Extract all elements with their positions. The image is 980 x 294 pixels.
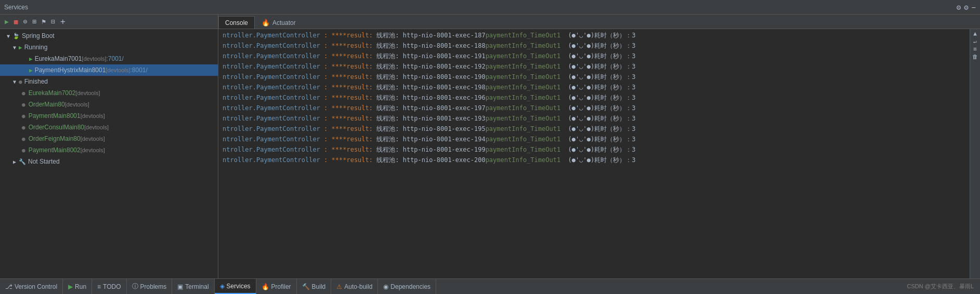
tree-item-orderconsulmain80[interactable]: ● OrderConsulMain80 [devtools] — [0, 122, 218, 133]
log-line: ntroller.PaymentController : ****result:… — [218, 61, 970, 72]
log-suffix: paymentInfo_TimeOut1 — [486, 62, 561, 71]
paymentmain8001-devtools: [devtools] — [81, 113, 105, 119]
bottom-bar: ⎇Version Control▶Run≡TODOⓘProblems▣Termi… — [0, 278, 980, 294]
tree-item-finished[interactable]: ▼ ● Finished — [0, 76, 218, 87]
springboot-icon: 🍃 — [12, 33, 20, 39]
settings-icon[interactable]: ⚙ — [957, 3, 961, 11]
log-smile: (●'◡'●)耗时（秒）：3 — [568, 114, 636, 123]
finished-icon: ● — [19, 78, 22, 85]
soft-wrap-icon[interactable]: ↵ — [973, 38, 977, 45]
eureka7001-run-icon: ▶ — [29, 56, 33, 62]
eureka7001-label: EurekaMain7001 — [35, 55, 82, 62]
log-controller: ntroller.PaymentController — [223, 83, 320, 92]
tree-item-ordermain80[interactable]: ● OrderMain80 [devtools] — [0, 99, 218, 110]
run-button[interactable]: ▶ — [3, 17, 10, 26]
stop-all-button[interactable]: ■ — [12, 17, 20, 26]
bottom-tab-dependencies[interactable]: ◉Dependencies — [378, 279, 436, 294]
run-icon: ▶ — [68, 283, 73, 290]
arrow-running: ▼ — [11, 45, 18, 50]
tree-item-paymentmain8002[interactable]: ● PaymentMain8002 [devtools] — [0, 144, 218, 156]
log-key: : ****result: — [324, 72, 373, 82]
eureka7001-port: :7001/ — [106, 55, 123, 62]
paymentmain8001-label: PaymentMain8001 — [29, 112, 81, 119]
log-thread: http-nio-8001-exec-194 — [403, 135, 486, 144]
bottom-tab-services[interactable]: ◈Services — [215, 279, 256, 294]
gear-icon[interactable]: ⚙ — [964, 3, 968, 11]
clear-icon[interactable]: 🗑 — [972, 54, 978, 60]
log-line: ntroller.PaymentController : ****result:… — [218, 82, 970, 92]
running-icon: ▶ — [19, 44, 22, 51]
minimize-icon[interactable]: − — [972, 3, 976, 11]
log-smile: (●'◡'●)耗时（秒）：3 — [568, 155, 636, 165]
tree-item-paymentmain8001[interactable]: ● PaymentMain8001 [devtools] — [0, 110, 218, 122]
bottom-tab-label: Version Control — [15, 283, 57, 290]
terminal-icon: ▣ — [177, 283, 183, 290]
orderfeignmain80-devtools: [devtools] — [81, 136, 105, 142]
log-thread: http-nio-8001-exec-192 — [403, 62, 486, 71]
sidebar-tree: ▼ 🍃 Spring Boot ▼ ▶ Running ▶ EurekaMain… — [0, 29, 218, 278]
log-suffix: paymentInfo_TimeOut1 — [486, 103, 561, 113]
ordermain80-icon: ● — [22, 101, 25, 108]
bottom-tab-label: Terminal — [185, 283, 208, 290]
bottom-tab-run[interactable]: ▶Run — [63, 279, 92, 294]
actuator-tab-label: Actuator — [272, 19, 296, 26]
log-thread: http-nio-8001-exec-195 — [403, 124, 486, 133]
tree-item-notstarted[interactable]: ▶ 🔧 Not Started — [0, 156, 218, 167]
console-area: Console 🔥 Actuator ntroller.PaymentContr… — [218, 15, 980, 278]
tree-item-springboot[interactable]: ▼ 🍃 Spring Boot — [0, 30, 218, 42]
tree-item-eureka7001[interactable]: ▶ EurekaMain7001 [devtools] :7001/ — [0, 53, 218, 64]
collapse-all-button[interactable]: ⊜ — [22, 17, 29, 26]
log-line: ntroller.PaymentController : ****result:… — [218, 144, 970, 155]
bottom-tab-terminal[interactable]: ▣Terminal — [172, 279, 214, 294]
scroll-up-icon[interactable]: ▲ — [973, 30, 977, 37]
bottom-tab-build[interactable]: 🔨Build — [297, 279, 332, 294]
layout-button[interactable]: ⊟ — [49, 17, 57, 26]
bottom-tab-problems[interactable]: ⓘProblems — [127, 279, 173, 294]
log-line: ntroller.PaymentController : ****result:… — [218, 134, 970, 144]
group-button[interactable]: ⊞ — [31, 17, 38, 26]
bottom-tab-autobuild[interactable]: ⚠Auto-build — [331, 279, 378, 294]
eureka7001-devtools: [devtools] — [82, 56, 106, 62]
log-key: : ****result: — [324, 31, 373, 40]
tree-item-running[interactable]: ▼ ▶ Running — [0, 42, 218, 53]
console-output[interactable]: ntroller.PaymentController : ****result:… — [218, 29, 970, 278]
log-key: : ****result: — [324, 83, 373, 92]
sidebar: ▶ ■ ⊜ ⊞ ⚑ ⊟ + ▼ 🍃 Spring Boot ▼ ▶ Runnin… — [0, 15, 218, 278]
build-icon: 🔨 — [302, 283, 310, 290]
log-smile: (●'◡'●)耗时（秒）：3 — [568, 135, 636, 144]
log-smile: (●'◡'●)耗时（秒）：3 — [568, 124, 636, 133]
log-controller: ntroller.PaymentController — [223, 31, 320, 40]
bottom-tab-label: Dependencies — [390, 283, 430, 290]
filter-button[interactable]: ⚑ — [40, 17, 47, 26]
log-controller: ntroller.PaymentController — [223, 72, 320, 82]
top-bar: Services ⚙ ⚙ − — [0, 0, 980, 15]
tab-console[interactable]: Console — [218, 16, 255, 29]
log-controller: ntroller.PaymentController — [223, 135, 320, 144]
log-thread: http-nio-8001-exec-198 — [403, 83, 486, 92]
log-suffix: paymentInfo_TimeOut1 — [486, 51, 561, 61]
bottom-tab-label: Problems — [140, 283, 167, 290]
add-button[interactable]: + — [59, 16, 67, 28]
tab-actuator[interactable]: 🔥 Actuator — [255, 16, 303, 29]
paymentmain8002-label: PaymentMain8002 — [29, 146, 81, 154]
console-with-scrollbar: ntroller.PaymentController : ****result:… — [218, 29, 980, 278]
scroll-down-icon[interactable]: ≡ — [973, 46, 977, 52]
orderconsulmain80-devtools: [devtools] — [84, 124, 109, 130]
log-line: ntroller.PaymentController : ****result:… — [218, 155, 970, 165]
tree-item-eureka7002[interactable]: ● EurekaMain7002 [devtools] — [0, 87, 218, 99]
bottom-tab-profiler[interactable]: 🔥Profiler — [256, 279, 297, 294]
bottom-tab-versioncontrol[interactable]: ⎇Version Control — [0, 279, 63, 294]
arrow-finished: ▼ — [11, 79, 18, 85]
log-controller: ntroller.PaymentController — [223, 93, 320, 102]
log-line: ntroller.PaymentController : ****result:… — [218, 51, 970, 61]
log-thread: http-nio-8001-exec-188 — [403, 41, 486, 50]
bottom-tab-label: Build — [312, 283, 326, 290]
log-smile: (●'◡'●)耗时（秒）：3 — [568, 72, 636, 82]
log-smile: (●'◡'●)耗时（秒）：3 — [568, 31, 636, 40]
bottom-tab-todo[interactable]: ≡TODO — [92, 279, 126, 294]
tree-item-payment8001[interactable]: ▶ PaymentHystrixMain8001 [devtools] :800… — [0, 64, 218, 76]
log-thread: http-nio-8001-exec-187 — [403, 31, 486, 40]
log-controller: ntroller.PaymentController — [223, 155, 320, 165]
profiler-icon: 🔥 — [262, 283, 269, 290]
tree-item-orderfeignmain80[interactable]: ● OrderFeignMain80 [devtools] — [0, 133, 218, 144]
